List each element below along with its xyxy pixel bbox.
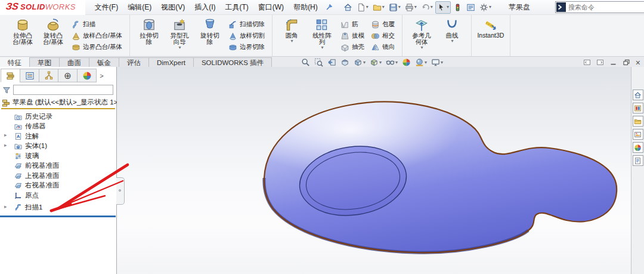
ribbon-button-圆角[interactable]: 圆角▾ <box>278 16 305 44</box>
tree-item-前视基准面[interactable]: 前视基准面 <box>0 161 116 171</box>
tree-item-原点[interactable]: 原点 <box>0 190 116 201</box>
doc-restore-button[interactable] <box>623 59 630 66</box>
chevron-down-icon[interactable]: ▾ <box>178 45 181 50</box>
menu-帮助(H)[interactable]: 帮助(H) <box>289 0 323 15</box>
ribbon-button-Instant3D[interactable]: Instant3D <box>477 16 504 39</box>
task-home-button[interactable] <box>633 90 643 100</box>
dimxpert-manager-tab[interactable]: ⊕ <box>58 69 78 82</box>
ribbon-button-筋[interactable]: 筋 <box>339 19 366 30</box>
tree-item-上视基准面[interactable]: 上视基准面 <box>0 171 116 181</box>
display-style-button[interactable]: ▾ <box>370 58 382 67</box>
undo-button[interactable]: ▾ <box>419 1 435 14</box>
ribbon-button-抽壳[interactable]: 抽壳 <box>339 42 366 53</box>
menu-窗口(W)[interactable]: 窗口(W) <box>253 0 289 15</box>
tree-item-扫描1[interactable]: ▸扫描1 <box>0 203 116 213</box>
tree-item-玻璃[interactable]: 玻璃 <box>0 151 116 161</box>
pane-previous-button[interactable] <box>583 59 591 66</box>
options-button[interactable]: ▾ <box>478 1 493 14</box>
model-apple-plate[interactable] <box>117 67 631 274</box>
chevron-down-icon[interactable]: ▾ <box>420 45 423 50</box>
panel-splitter-handle[interactable] <box>116 177 125 205</box>
chevron-down-icon[interactable]: ▾ <box>363 60 366 65</box>
chevron-down-icon[interactable]: ▾ <box>379 60 382 65</box>
chevron-down-icon[interactable]: ▾ <box>395 60 398 65</box>
ribbon-button-拉伸切除[interactable]: 拉伸切除 <box>135 16 163 45</box>
ribbon-button-旋转凸台/基体[interactable]: 旋转凸台/基体 <box>39 16 67 45</box>
rollback-bar[interactable] <box>0 215 116 217</box>
section-view-button[interactable] <box>340 58 349 67</box>
tree-item-历史记录[interactable]: 历史记录 <box>0 112 116 122</box>
menu-工具(T)[interactable]: 工具(T) <box>220 0 253 15</box>
interference-check-button[interactable] <box>451 1 464 14</box>
previous-view-button[interactable] <box>327 58 336 67</box>
ribbon-button-曲线[interactable]: 曲线▾ <box>438 16 466 44</box>
menu-文件(F)[interactable]: 文件(F) <box>90 0 123 15</box>
ribbon-button-拔模[interactable]: 拔模 <box>339 30 366 41</box>
chevron-down-icon[interactable]: ▾ <box>290 39 293 44</box>
ribbon-button-包覆[interactable]: 包覆 <box>369 19 397 30</box>
appearances-scenes-button[interactable] <box>633 142 643 153</box>
chevron-down-icon[interactable]: ▾ <box>425 60 427 65</box>
home-button[interactable] <box>342 1 354 14</box>
chevron-down-icon[interactable]: ▾ <box>441 60 443 65</box>
ribbon-button-线性阵列[interactable]: 线性阵列▾ <box>308 16 336 50</box>
chevron-down-icon[interactable]: ▾ <box>398 5 401 10</box>
chevron-down-icon[interactable]: ▾ <box>431 5 433 10</box>
menu-编辑(E)[interactable]: 编辑(E) <box>123 0 156 15</box>
hide-show-items-button[interactable]: ▾ <box>386 58 398 67</box>
edit-appearance-button[interactable] <box>402 58 411 67</box>
graphics-viewport[interactable] <box>117 67 631 274</box>
tree-item-实体(1)[interactable]: ▸实体(1) <box>0 141 116 152</box>
menu-视图(V)[interactable]: 视图(V) <box>156 0 190 15</box>
expand-arrow-icon[interactable]: ▸ <box>4 142 7 148</box>
pin-icon[interactable] <box>325 3 333 11</box>
print-button[interactable]: ▾ <box>403 1 419 14</box>
chevron-down-icon[interactable]: ▾ <box>366 5 369 10</box>
chevron-down-icon[interactable]: ▾ <box>451 39 453 44</box>
chevron-down-icon[interactable]: ▾ <box>321 45 323 50</box>
zoom-to-fit-button[interactable] <box>301 58 310 67</box>
ribbon-button-边界凸台/基体[interactable]: 边界凸台/基体 <box>70 42 124 53</box>
display-manager-tab[interactable] <box>77 69 97 82</box>
feature-manager-tab[interactable] <box>1 69 20 82</box>
ribbon-button-边界切除[interactable]: 边界切除 <box>227 42 267 53</box>
tree-item-传感器[interactable]: 传感器 <box>0 122 116 132</box>
chevron-down-icon[interactable]: ▾ <box>414 5 417 10</box>
ribbon-button-异型孔向导[interactable]: 异型孔向导▾ <box>166 16 193 50</box>
expand-arrow-icon[interactable]: ▸ <box>4 132 7 138</box>
expand-arrow-icon[interactable]: ▸ <box>4 204 7 210</box>
file-explorer-button[interactable] <box>633 116 643 127</box>
open-button[interactable]: ▾ <box>371 1 386 14</box>
chevron-down-icon[interactable]: ▾ <box>382 5 385 10</box>
save-button[interactable]: ▾ <box>387 1 402 14</box>
select-button[interactable]: ▾ <box>435 1 451 14</box>
ribbon-button-相交[interactable]: 相交 <box>369 30 397 41</box>
configuration-manager-tab[interactable] <box>39 69 58 82</box>
pane-next-button[interactable] <box>596 59 604 66</box>
ribbon-button-放样切割[interactable]: 放样切割 <box>227 30 267 41</box>
view-orientation-button[interactable]: ▾ <box>354 58 366 67</box>
ribbon-button-放样凸台/基体[interactable]: 放样凸台/基体 <box>70 30 124 41</box>
tree-root-item[interactable]: 苹果盘 (默认<<默认>_显示状态 1>) <box>0 96 116 108</box>
doc-close-button[interactable]: × <box>636 59 640 67</box>
zoom-to-area-button[interactable] <box>314 58 323 67</box>
design-library-button[interactable] <box>633 103 643 113</box>
doc-minimize-button[interactable] <box>609 59 617 66</box>
tree-item-注解[interactable]: ▸A注解 <box>0 131 116 141</box>
chevron-down-icon[interactable]: ▾ <box>489 5 491 10</box>
ribbon-button-拉伸凸台/基体[interactable]: 拉伸凸台/基体 <box>9 16 36 45</box>
tree-item-右视基准面[interactable]: 右视基准面 <box>0 181 116 191</box>
ribbon-button-扫描[interactable]: 扫描 <box>70 19 124 30</box>
ribbon-button-扫描切除[interactable]: 扫描切除 <box>227 19 267 30</box>
ribbon-button-旋转切除[interactable]: 旋转切除 <box>196 16 224 45</box>
ribbon-button-镜向[interactable]: 镜向 <box>369 42 397 53</box>
search-input[interactable] <box>567 3 644 11</box>
apply-scene-button[interactable]: ▾ <box>415 58 427 67</box>
manager-tabs-overflow[interactable]: > <box>97 69 107 82</box>
view-palette-button[interactable] <box>633 129 643 140</box>
ribbon-button-参考几何体[interactable]: 参考几何体▾ <box>408 16 435 50</box>
view-settings-button[interactable]: ▾ <box>431 58 443 67</box>
display-pane-button[interactable] <box>465 1 477 14</box>
custom-properties-button[interactable] <box>633 155 643 166</box>
property-manager-tab[interactable] <box>20 69 39 82</box>
